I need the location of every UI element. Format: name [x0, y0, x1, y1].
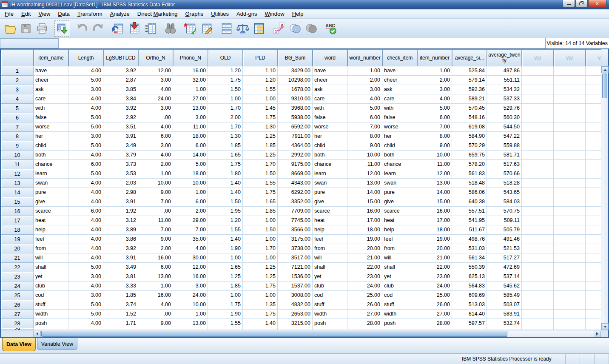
cell-check-item[interactable]: with: [382, 104, 417, 113]
cell-var[interactable]: [586, 225, 601, 235]
row-number[interactable]: 18: [1, 225, 34, 235]
cell-length[interactable]: 4.00: [68, 151, 103, 160]
cell-phono-n[interactable]: 1.00: [173, 188, 208, 197]
select-all-corner[interactable]: [1, 49, 34, 66]
recall-dialogs-button[interactable]: [54, 20, 70, 37]
cell-var[interactable]: [554, 141, 586, 151]
cell-average-si[interactable]: 589.21: [452, 94, 487, 104]
cell-check-item[interactable]: both: [382, 151, 417, 160]
cell-pld[interactable]: 1.00: [243, 216, 278, 225]
cell-lgsubtlcd[interactable]: 2.92: [103, 113, 138, 122]
cell-word[interactable]: feel: [313, 235, 347, 244]
cell-phono-n[interactable]: 2.00: [173, 207, 208, 216]
cell-var[interactable]: [554, 169, 586, 179]
cell-check-item[interactable]: width: [382, 310, 417, 319]
cell-ortho-n[interactable]: 3.00: [138, 76, 173, 85]
cell-phono-n[interactable]: 27.00: [173, 94, 208, 104]
cell-word-number[interactable]: 10.00: [347, 151, 382, 160]
cell-old[interactable]: 1.25: [208, 272, 243, 282]
cell-bg-sum[interactable]: 7121.00: [278, 263, 313, 272]
cell-check-item[interactable]: feel: [382, 235, 417, 244]
cell-pld[interactable]: 1.00: [243, 235, 278, 244]
cell-average-si[interactable]: 586.06: [452, 188, 487, 197]
cell-var[interactable]: [522, 319, 554, 328]
cell-lgsubtlcd[interactable]: 3.91: [103, 197, 138, 207]
cell-phono-n[interactable]: 7.00: [173, 225, 208, 235]
row-number[interactable]: 2: [1, 76, 34, 85]
cell-phono-n[interactable]: 4.00: [173, 244, 208, 253]
cell-pld[interactable]: 1.30: [243, 122, 278, 132]
cell-bg-sum[interactable]: 3968.00: [278, 104, 313, 113]
cell-var[interactable]: [554, 244, 586, 253]
cell-var[interactable]: [554, 66, 586, 76]
cell-var[interactable]: [522, 310, 554, 319]
cell-var[interactable]: [554, 179, 586, 188]
cell-item-name[interactable]: with: [34, 104, 68, 113]
row-number[interactable]: 22: [1, 263, 34, 272]
cell-word[interactable]: care: [313, 94, 347, 104]
cell-length[interactable]: 5.00: [68, 169, 103, 179]
cell-item-number[interactable]: 14.00: [417, 188, 452, 197]
cell-average-twenty[interactable]: 529.76: [487, 104, 522, 113]
row-number[interactable]: 19: [1, 235, 34, 244]
cell-item-name[interactable]: will: [34, 253, 68, 263]
scroll-right-button[interactable]: [594, 331, 601, 337]
cell-item-number[interactable]: 6.00: [417, 113, 452, 122]
cell-pld[interactable]: 1.40: [243, 319, 278, 328]
cell-phono-n[interactable]: 10.00: [173, 300, 208, 310]
cell-phono-n[interactable]: 3.00: [173, 113, 208, 122]
cell-bg-sum[interactable]: 9175.00: [278, 160, 313, 169]
cell-phono-n[interactable]: 29.00: [173, 216, 208, 225]
row-number[interactable]: 28: [1, 319, 34, 328]
cell-lgsubtlcd[interactable]: 1.71: [103, 319, 138, 328]
cell-length[interactable]: 6.00: [68, 207, 103, 216]
column-header-bg-sum[interactable]: BG_Sum: [278, 49, 313, 66]
row-number[interactable]: 1: [1, 66, 34, 76]
cell-item-name[interactable]: shall: [34, 263, 68, 272]
cell-bg-sum[interactable]: 3175.00: [278, 235, 313, 244]
cell-item-name[interactable]: worse: [34, 122, 68, 132]
cell-word[interactable]: cheer: [313, 76, 347, 85]
cell-old[interactable]: 1.40: [208, 179, 243, 188]
cell-item-number[interactable]: 18.00: [417, 225, 452, 235]
cell-phono-n[interactable]: 6.00: [173, 141, 208, 151]
cell-item-number[interactable]: 11.00: [417, 160, 452, 169]
goto-case-button[interactable]: [110, 20, 126, 37]
cell-old[interactable]: 1.65: [208, 151, 243, 160]
insert-cases-button[interactable]: *: [182, 20, 199, 37]
cell-var[interactable]: [554, 319, 586, 328]
cell-lgsubtlcd[interactable]: 3.92: [103, 104, 138, 113]
cell-average-twenty[interactable]: 537.33: [487, 94, 522, 104]
column-header-old[interactable]: OLD: [208, 49, 243, 66]
cell-check-item[interactable]: heat: [382, 216, 417, 225]
cell-old[interactable]: 1.65: [208, 263, 243, 272]
cell-ortho-n[interactable]: 6.00: [138, 132, 173, 141]
cell-check-item[interactable]: stuff: [382, 300, 417, 310]
cell-item-number[interactable]: 24.00: [417, 282, 452, 291]
cell-lgsubtlcd[interactable]: 2.03: [103, 179, 138, 188]
horizontal-scroll-thumb[interactable]: [41, 331, 507, 337]
cell-ortho-n[interactable]: 3.00: [138, 104, 173, 113]
cell-length[interactable]: 4.00: [68, 253, 103, 263]
cell-word[interactable]: worse: [313, 122, 347, 132]
cell-word[interactable]: help: [313, 225, 347, 235]
cell-average-twenty[interactable]: 497.86: [487, 66, 522, 76]
cell-lgsubtlcd[interactable]: 3.12: [103, 216, 138, 225]
menu-data[interactable]: Data: [54, 10, 73, 18]
cell-old[interactable]: 1.50: [208, 85, 243, 94]
cell-check-item[interactable]: will: [382, 253, 417, 263]
cell-average-twenty[interactable]: 521.53: [487, 244, 522, 253]
cell-ortho-n[interactable]: 4.00: [138, 151, 173, 160]
cell-average-si[interactable]: 541.95: [452, 216, 487, 225]
cell-check-item[interactable]: club: [382, 282, 417, 291]
cell-average-twenty[interactable]: 472.69: [487, 263, 522, 272]
cell-item-name[interactable]: both: [34, 151, 68, 160]
cell-var[interactable]: [522, 132, 554, 141]
cell-phono-n[interactable]: 24.00: [173, 291, 208, 300]
cell-pld[interactable]: 1.00: [243, 253, 278, 263]
menu-analyze[interactable]: Analyze: [106, 10, 134, 18]
cell-pld[interactable]: 1.85: [243, 207, 278, 216]
cell-var[interactable]: [554, 300, 586, 310]
cell-word[interactable]: from: [313, 244, 347, 253]
cell-lgsubtlcd[interactable]: 3.73: [103, 160, 138, 169]
